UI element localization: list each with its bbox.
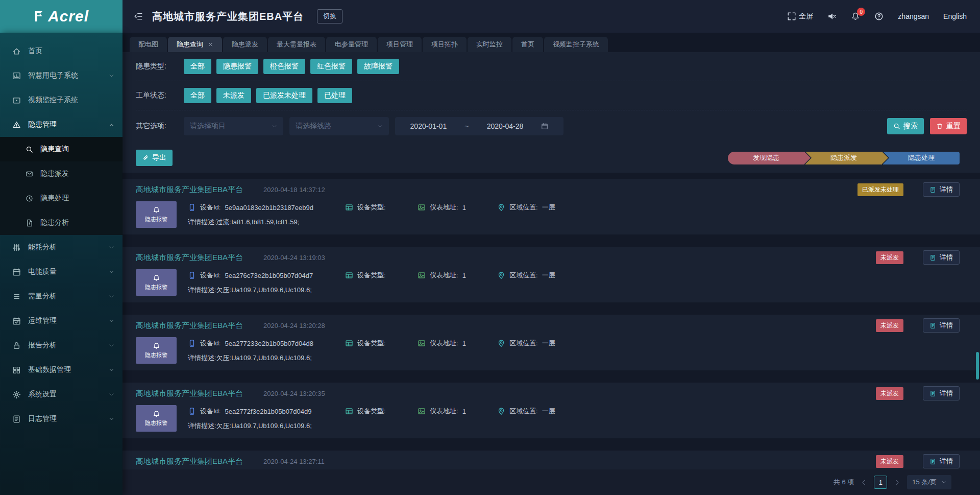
help-button[interactable] <box>874 12 884 21</box>
field-value: 1 <box>462 272 466 279</box>
field-label: 设备类型: <box>357 339 386 348</box>
switch-button[interactable]: 切换 <box>317 9 342 23</box>
chevron-up-icon <box>109 122 114 128</box>
list-item: 高地城市服务产业集团EBA平台 2020-04-18 14:37:12 已派发未… <box>122 179 980 234</box>
search-icon <box>26 146 33 153</box>
next-page-button[interactable] <box>894 479 900 486</box>
status-badge: 未派发 <box>876 319 903 332</box>
detail-button[interactable]: 详情 <box>923 454 960 468</box>
filter-status-option-button[interactable]: 未派发 <box>216 88 251 103</box>
filter-status-option-button[interactable]: 全部 <box>184 88 211 103</box>
tab[interactable]: 配电图 <box>130 37 167 52</box>
item-title[interactable]: 高地城市服务产业集团EBA平台 <box>136 457 243 466</box>
detail-button[interactable]: 详情 <box>923 386 960 400</box>
main-area: 配电图 隐患查询 隐患派发 最大需量报表 <box>122 33 980 495</box>
tab-label: 配电图 <box>138 40 158 49</box>
tab[interactable]: 视频监控子系统 <box>544 37 608 52</box>
sidebar-item[interactable]: 隐患分析 <box>0 210 122 235</box>
calendar-icon <box>12 268 21 276</box>
sidebar-item[interactable]: 隐患派发 <box>0 161 122 186</box>
tab-label: 隐患查询 <box>177 40 203 49</box>
item-fields: 设备Id: 5e9aa0183e2b1b23187eeb9d 设备类型: <box>188 201 960 228</box>
export-button[interactable]: 导出 <box>136 150 173 166</box>
sidebar-item[interactable]: 隐患处理 <box>0 186 122 210</box>
line-select[interactable]: 请选择线路 <box>289 117 389 135</box>
device-icon <box>188 203 196 211</box>
date-range-picker[interactable]: 2020-01-01 ~ 2020-04-28 <box>395 117 564 135</box>
notifications-button[interactable]: 0 <box>851 12 860 21</box>
language-switch[interactable]: English <box>943 12 967 20</box>
filter-type-option-button[interactable]: 橙色报警 <box>263 59 305 74</box>
app: Acrel 高地城市服务产业集团EBA平台 切换 全屏 0 zhangsan E… <box>0 0 980 495</box>
tab[interactable]: 实时监控 <box>468 37 511 52</box>
sidebar-item-label: 报告分析 <box>28 341 57 350</box>
search-button[interactable]: 搜索 <box>887 118 924 134</box>
tab[interactable]: 电参量管理 <box>326 37 377 52</box>
filter-type-option-button[interactable]: 红色报警 <box>310 59 352 74</box>
sidebar-item[interactable]: 能耗分析 <box>0 235 122 260</box>
sidebar-item[interactable]: 报告分析 <box>0 333 122 358</box>
sidebar-item[interactable]: 隐患查询 <box>0 137 122 161</box>
filter-type-option-button[interactable]: 故障报警 <box>357 59 399 74</box>
filter-status-option-button[interactable]: 已处理 <box>317 88 352 103</box>
field-label: 仪表地址: <box>430 407 458 416</box>
current-page[interactable]: 1 <box>874 476 887 489</box>
close-icon[interactable] <box>208 42 213 48</box>
filter-status-option-button[interactable]: 已派发未处理 <box>256 88 312 103</box>
sidebar-item[interactable]: 智慧用电子系统 <box>0 63 122 88</box>
project-select[interactable]: 请选择项目 <box>184 117 283 135</box>
tab[interactable]: 项目拓扑 <box>423 37 467 52</box>
sidebar-item[interactable]: 基础数据管理 <box>0 358 122 382</box>
item-head: 高地城市服务产业集团EBA平台 2020-04-24 13:20:35 未派发 … <box>136 386 960 400</box>
filter-type-option-button[interactable]: 全部 <box>184 59 211 74</box>
page-size-select[interactable]: 15 条/页 <box>907 475 951 489</box>
username[interactable]: zhangsan <box>898 12 929 20</box>
sidebar-item[interactable]: 首页 <box>0 39 122 63</box>
filter-other-label: 其它选项: <box>136 122 184 131</box>
sidebar-item[interactable]: 电能质量 <box>0 260 122 284</box>
detail-label: 详情 <box>940 253 953 262</box>
tab[interactable]: 项目管理 <box>378 37 422 52</box>
meter-address-field: 仪表地址: 1 <box>418 203 497 212</box>
sidebar-item[interactable]: 视频监控子系统 <box>0 88 122 112</box>
tab[interactable]: 首页 <box>512 37 543 52</box>
item-title[interactable]: 高地城市服务产业集团EBA平台 <box>136 321 243 331</box>
detail-button[interactable]: 详情 <box>923 182 960 197</box>
sidebar-item[interactable]: 运维管理 <box>0 309 122 333</box>
field-value: 一层 <box>542 271 555 280</box>
sidebar-item[interactable]: 系统设置 <box>0 382 122 407</box>
sidebar-item[interactable]: 隐患管理 <box>0 112 122 137</box>
pagination-bar: 共 6 项 1 15 条/页 <box>122 469 980 495</box>
sidebar-item[interactable]: 日志管理 <box>0 407 122 431</box>
total-count: 共 6 项 <box>834 478 854 487</box>
tab[interactable]: 隐患查询 <box>168 37 222 52</box>
filter-row-status: 工单状态: 全部未派发已派发未处理已处理 <box>136 81 967 110</box>
mute-button[interactable] <box>827 12 837 21</box>
sidebar-item[interactable]: 需量分析 <box>0 284 122 309</box>
scrollbar-thumb[interactable] <box>976 352 979 380</box>
item-title[interactable]: 高地城市服务产业集团EBA平台 <box>136 185 243 195</box>
prev-page-button[interactable] <box>861 479 867 486</box>
meter-address-icon <box>418 271 426 279</box>
detail-button[interactable]: 详情 <box>923 250 960 265</box>
reset-button[interactable]: 重置 <box>930 118 967 134</box>
item-title[interactable]: 高地城市服务产业集团EBA平台 <box>136 389 243 398</box>
device-type-icon <box>345 339 353 347</box>
field-value: 一层 <box>542 203 555 212</box>
meter-address-icon <box>418 339 426 347</box>
filter-type-option-button[interactable]: 隐患报警 <box>216 59 258 74</box>
sidebar-item-label: 首页 <box>28 46 42 56</box>
item-title[interactable]: 高地城市服务产业集团EBA平台 <box>136 253 243 263</box>
tab[interactable]: 隐患派发 <box>223 37 267 52</box>
schedule-icon <box>12 317 21 325</box>
device-type-icon <box>345 203 353 211</box>
field-label: 仪表地址: <box>430 203 458 212</box>
sidebar-collapse-icon[interactable] <box>134 12 143 21</box>
document-icon <box>929 322 936 329</box>
fullscreen-button[interactable]: 全屏 <box>787 12 813 21</box>
detail-label: 详情 <box>940 321 953 330</box>
tab[interactable]: 最大需量报表 <box>268 37 325 52</box>
status-badge: 未派发 <box>876 387 903 400</box>
sidebar-item-label: 视频监控子系统 <box>28 96 78 105</box>
detail-button[interactable]: 详情 <box>923 318 960 333</box>
